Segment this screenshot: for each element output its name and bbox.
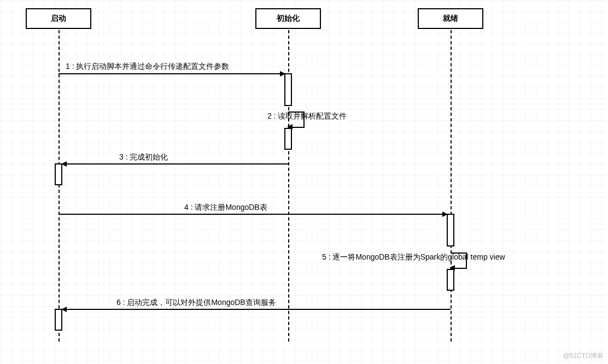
activation-init-1 (284, 73, 292, 106)
lifeline-start (59, 30, 60, 342)
activation-start-2 (55, 309, 62, 331)
participant-start: 启动 (26, 8, 91, 29)
participant-init: 初始化 (255, 8, 321, 29)
label-msg-3: 3 : 完成初始化 (119, 152, 168, 162)
arrow-msg-6 (62, 309, 451, 310)
label-msg-2: 2 : 读取并解析配置文件 (267, 111, 347, 121)
label-msg-1: 1 : 执行启动脚本并通过命令行传递配置文件参数 (66, 62, 229, 72)
activation-init-2 (284, 128, 292, 150)
label-msg-5: 5 : 逐一将MongoDB表注册为Spark的global temp view (322, 253, 505, 262)
activation-ready-1 (447, 214, 454, 246)
activation-start-1 (55, 163, 62, 185)
activation-ready-2 (447, 269, 454, 291)
arrow-msg-1 (59, 73, 284, 74)
arrow-msg-3 (62, 163, 288, 165)
arrow-msg-4 (59, 214, 447, 215)
label-msg-4: 4 : 请求注册MongoDB表 (184, 203, 267, 213)
watermark: @51CTO博客 (563, 351, 604, 361)
lifeline-ready (451, 30, 452, 342)
label-msg-6: 6 : 启动完成，可以对外提供MongoDB查询服务 (116, 298, 276, 308)
participant-ready: 就绪 (418, 8, 483, 29)
